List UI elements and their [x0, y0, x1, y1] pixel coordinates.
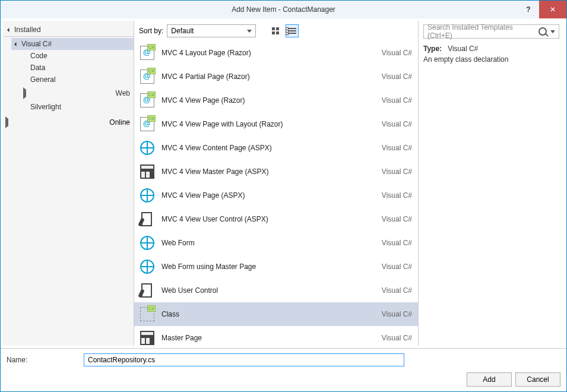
template-main: Sort by: Default MVC 4 Layout Page (Razo…	[134, 21, 419, 346]
template-item[interactable]: MVC 4 Layout Page (Razor)Visual C#	[134, 41, 418, 65]
template-item-label: MVC 4 Partial Page (Razor)	[161, 72, 375, 81]
toolbar: Sort by: Default	[134, 21, 418, 41]
razor-icon	[140, 46, 154, 60]
close-button[interactable]: ✕	[539, 1, 566, 18]
sidebar-item-silverlight[interactable]: Silverlight	[11, 101, 134, 113]
description: An empty class declaration	[423, 55, 559, 64]
sort-value: Default	[171, 27, 194, 35]
uc-icon	[140, 212, 154, 226]
template-item[interactable]: MVC 4 View Page with Layout (Razor)Visua…	[134, 112, 418, 136]
online-header[interactable]: Online	[3, 113, 134, 132]
template-item-language: Visual C#	[382, 191, 412, 200]
sidebar-item-data[interactable]: Data	[11, 62, 134, 74]
chevron-down-icon	[247, 30, 252, 33]
template-item-language: Visual C#	[382, 72, 412, 81]
name-input[interactable]	[84, 353, 404, 366]
globe-icon	[140, 260, 154, 274]
globe-icon	[140, 188, 154, 203]
csharp-label: Visual C#	[21, 40, 52, 48]
template-item[interactable]: MVC 4 View Page (ASPX)Visual C#	[134, 184, 418, 207]
view-list-button[interactable]	[286, 24, 299, 37]
name-row: Name:	[7, 353, 560, 366]
master-icon	[140, 165, 154, 179]
template-list[interactable]: MVC 4 Layout Page (Razor)Visual C#MVC 4 …	[134, 41, 418, 346]
sidebar-item-visual-csharp[interactable]: Visual C#	[11, 38, 134, 50]
razor-icon	[140, 117, 154, 131]
titlebar: Add New Item - ContactManager ? ✕	[1, 1, 566, 18]
template-item-label: Web User Control	[161, 286, 375, 295]
category-sidebar: Installed Visual C# Code Data General We…	[3, 21, 134, 346]
template-item-language: Visual C#	[382, 96, 412, 105]
template-item-label: Web Form	[161, 239, 375, 247]
add-button[interactable]: Add	[467, 372, 512, 387]
template-item-label: MVC 4 View Master Page (ASPX)	[161, 167, 375, 176]
template-item-language: Visual C#	[382, 286, 412, 295]
template-item-label: MVC 4 View Page (Razor)	[161, 96, 375, 105]
cancel-button[interactable]: Cancel	[515, 372, 560, 387]
window-controls: ? ✕	[518, 1, 566, 18]
template-item[interactable]: MVC 4 Partial Page (Razor)Visual C#	[134, 65, 418, 88]
template-item[interactable]: ClassVisual C#	[134, 302, 418, 326]
template-item-language: Visual C#	[382, 167, 412, 176]
list-icon	[288, 28, 296, 34]
installed-header[interactable]: Installed	[3, 23, 134, 37]
globe-icon	[140, 141, 154, 155]
template-item-language: Visual C#	[382, 239, 412, 247]
chevron-down-icon	[7, 27, 11, 31]
master-icon	[140, 331, 154, 345]
template-item[interactable]: Web FormVisual C#	[134, 231, 418, 255]
chevron-down-icon	[14, 42, 18, 46]
view-grid-button[interactable]	[269, 24, 282, 37]
template-item[interactable]: MVC 4 View User Control (ASPX)Visual C#	[134, 207, 418, 231]
chevron-right-icon	[5, 116, 106, 128]
template-item-language: Visual C#	[382, 144, 412, 152]
template-item-language: Visual C#	[382, 310, 412, 318]
footer: Name: Add Cancel	[1, 348, 566, 391]
template-list-wrap: MVC 4 Layout Page (Razor)Visual C#MVC 4 …	[134, 41, 418, 346]
button-row: Add Cancel	[7, 372, 560, 387]
name-label: Name:	[7, 356, 78, 364]
search-icon	[539, 27, 547, 36]
template-item[interactable]: MVC 4 View Page (Razor)Visual C#	[134, 88, 418, 112]
template-item-language: Visual C#	[382, 263, 412, 271]
grid-icon	[272, 27, 279, 34]
template-item-label: Web Form using Master Page	[161, 263, 375, 271]
template-item-label: Class	[161, 310, 375, 318]
sort-label: Sort by:	[139, 27, 163, 35]
template-item-label: MVC 4 View Page (ASPX)	[161, 191, 375, 200]
sidebar-item-web[interactable]: Web	[11, 86, 134, 101]
type-row: Type: Visual C#	[423, 45, 559, 53]
uc-icon	[140, 283, 154, 298]
globe-icon	[140, 236, 154, 250]
template-item-label: MVC 4 View Content Page (ASPX)	[161, 144, 375, 152]
razor-icon	[140, 93, 154, 108]
chevron-down-icon	[550, 30, 555, 33]
template-item-language: Visual C#	[382, 49, 412, 57]
razor-icon	[140, 69, 154, 84]
installed-label: Installed	[14, 26, 41, 34]
template-item[interactable]: MVC 4 View Content Page (ASPX)Visual C#	[134, 136, 418, 160]
help-button[interactable]: ?	[518, 1, 539, 18]
sidebar-item-general[interactable]: General	[11, 74, 134, 86]
window-title: Add New Item - ContactManager	[1, 5, 566, 14]
search-placeholder: Search Installed Templates (Ctrl+E)	[427, 23, 539, 40]
template-item-language: Visual C#	[382, 120, 412, 128]
template-item-language: Visual C#	[382, 215, 412, 223]
template-item[interactable]: Master PageVisual C#	[134, 326, 418, 346]
sidebar-item-code[interactable]: Code	[11, 50, 134, 62]
online-label: Online	[109, 118, 130, 127]
template-item[interactable]: Web Form using Master PageVisual C#	[134, 255, 418, 279]
template-item[interactable]: Web User ControlVisual C#	[134, 279, 418, 302]
template-item-language: Visual C#	[382, 334, 412, 342]
search-input[interactable]: Search Installed Templates (Ctrl+E)	[423, 24, 559, 39]
template-item-label: MVC 4 View Page with Layout (Razor)	[161, 120, 375, 128]
details-panel: Search Installed Templates (Ctrl+E) Type…	[419, 21, 564, 346]
class-icon	[140, 307, 154, 321]
sort-dropdown[interactable]: Default	[167, 24, 256, 37]
web-label: Web	[116, 89, 130, 97]
template-item-label: MVC 4 View User Control (ASPX)	[161, 215, 375, 223]
template-item-label: MVC 4 Layout Page (Razor)	[161, 49, 375, 57]
dialog-body: Installed Visual C# Code Data General We…	[3, 21, 564, 346]
type-value: Visual C#	[448, 45, 478, 53]
template-item[interactable]: MVC 4 View Master Page (ASPX)Visual C#	[134, 160, 418, 184]
